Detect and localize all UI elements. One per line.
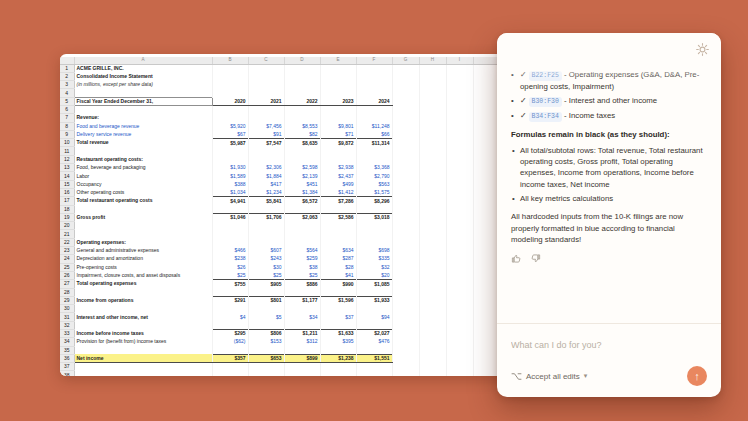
cell-B24[interactable]: $238 xyxy=(212,255,248,263)
cell-D20[interactable] xyxy=(284,222,320,230)
cell-E4[interactable] xyxy=(320,89,356,97)
cell-E22[interactable] xyxy=(320,238,356,246)
cell-G38[interactable] xyxy=(392,371,419,376)
cell-C35[interactable] xyxy=(248,346,284,354)
cell-B12[interactable] xyxy=(212,155,248,163)
cell-A23[interactable]: General and administrative expenses xyxy=(74,247,212,255)
cell-E26[interactable]: $41 xyxy=(320,271,356,279)
column-header-B[interactable]: B xyxy=(212,57,248,64)
cell-C27[interactable]: $905 xyxy=(248,280,284,288)
cell-E36[interactable]: $1,238 xyxy=(320,354,356,362)
row-number-20[interactable]: 20 xyxy=(60,222,74,230)
cell-B35[interactable] xyxy=(212,346,248,354)
cell-D25[interactable]: $38 xyxy=(284,263,320,271)
cell-B22[interactable] xyxy=(212,238,248,246)
cell-B11[interactable] xyxy=(212,147,248,155)
cell-E1[interactable] xyxy=(320,64,356,72)
row-number-12[interactable]: 12 xyxy=(60,155,74,163)
row-number-21[interactable]: 21 xyxy=(60,230,74,238)
cell-I26[interactable] xyxy=(446,271,473,279)
cell-F34[interactable]: $476 xyxy=(356,338,392,346)
cell-I8[interactable] xyxy=(446,122,473,130)
cell-F24[interactable]: $335 xyxy=(356,255,392,263)
cell-H24[interactable] xyxy=(419,255,446,263)
cell-C11[interactable] xyxy=(248,147,284,155)
cell-F11[interactable] xyxy=(356,147,392,155)
cell-I24[interactable] xyxy=(446,255,473,263)
cell-H30[interactable] xyxy=(419,305,446,313)
cell-E15[interactable]: $499 xyxy=(320,180,356,188)
cell-A22[interactable]: Operating expenses: xyxy=(74,238,212,246)
cell-F6[interactable] xyxy=(356,105,392,113)
cell-G36[interactable] xyxy=(392,354,419,362)
cell-F28[interactable] xyxy=(356,288,392,296)
cell-H4[interactable] xyxy=(419,89,446,97)
cell-D13[interactable]: $2,598 xyxy=(284,164,320,172)
cell-G29[interactable] xyxy=(392,296,419,304)
cell-G20[interactable] xyxy=(392,222,419,230)
cell-D24[interactable]: $259 xyxy=(284,255,320,263)
row-number-31[interactable]: 31 xyxy=(60,313,74,321)
cell-E25[interactable]: $28 xyxy=(320,263,356,271)
cell-F10[interactable]: $11,314 xyxy=(356,139,392,147)
cell-E27[interactable]: $990 xyxy=(320,280,356,288)
cell-E16[interactable]: $1,412 xyxy=(320,188,356,196)
cell-C14[interactable]: $1,884 xyxy=(248,172,284,180)
cell-G25[interactable] xyxy=(392,263,419,271)
cell-F20[interactable] xyxy=(356,222,392,230)
cell-B7[interactable] xyxy=(212,114,248,122)
cell-D15[interactable]: $451 xyxy=(284,180,320,188)
cell-D9[interactable]: $82 xyxy=(284,130,320,138)
cell-D38[interactable] xyxy=(284,371,320,376)
cell-B27[interactable]: $755 xyxy=(212,280,248,288)
cell-F4[interactable] xyxy=(356,89,392,97)
cell-H21[interactable] xyxy=(419,230,446,238)
cell-C34[interactable]: $153 xyxy=(248,338,284,346)
cell-F15[interactable]: $563 xyxy=(356,180,392,188)
cell-C16[interactable]: $1,234 xyxy=(248,188,284,196)
cell-H29[interactable] xyxy=(419,296,446,304)
cell-H28[interactable] xyxy=(419,288,446,296)
cell-D36[interactable]: $899 xyxy=(284,354,320,362)
cell-D32[interactable] xyxy=(284,321,320,329)
cell-range-chip[interactable]: B22:F25 xyxy=(529,71,562,81)
cell-A4[interactable] xyxy=(74,89,212,97)
cell-C13[interactable]: $2,306 xyxy=(248,164,284,172)
cell-D27[interactable]: $886 xyxy=(284,280,320,288)
cell-G3[interactable] xyxy=(392,81,419,89)
cell-D35[interactable] xyxy=(284,346,320,354)
cell-G10[interactable] xyxy=(392,139,419,147)
cell-F12[interactable] xyxy=(356,155,392,163)
cell-G32[interactable] xyxy=(392,321,419,329)
row-number-28[interactable]: 28 xyxy=(60,288,74,296)
cell-G19[interactable] xyxy=(392,213,419,221)
row-number-4[interactable]: 4 xyxy=(60,89,74,97)
cell-A10[interactable]: Total revenue xyxy=(74,139,212,147)
thumbs-down-icon[interactable] xyxy=(530,253,541,264)
accept-all-edits-button[interactable]: Accept all edits ▾ xyxy=(511,372,587,381)
cell-D17[interactable]: $6,572 xyxy=(284,197,320,205)
cell-I31[interactable] xyxy=(446,313,473,321)
cell-C29[interactable]: $801 xyxy=(248,296,284,304)
cell-F35[interactable] xyxy=(356,346,392,354)
cell-A14[interactable]: Labor xyxy=(74,172,212,180)
cell-F16[interactable]: $1,575 xyxy=(356,188,392,196)
row-number-23[interactable]: 23 xyxy=(60,247,74,255)
cell-G33[interactable] xyxy=(392,330,419,338)
cell-B26[interactable]: $25 xyxy=(212,271,248,279)
cell-E29[interactable]: $1,596 xyxy=(320,296,356,304)
row-number-30[interactable]: 30 xyxy=(60,305,74,313)
cell-D6[interactable] xyxy=(284,105,320,113)
cell-B37[interactable] xyxy=(212,363,248,371)
row-number-14[interactable]: 14 xyxy=(60,172,74,180)
cell-C30[interactable] xyxy=(248,305,284,313)
cell-C12[interactable] xyxy=(248,155,284,163)
cell-A20[interactable] xyxy=(74,222,212,230)
row-number-8[interactable]: 8 xyxy=(60,122,74,130)
cell-C2[interactable] xyxy=(248,72,284,80)
cell-D14[interactable]: $2,139 xyxy=(284,172,320,180)
cell-B28[interactable] xyxy=(212,288,248,296)
cell-F14[interactable]: $2,790 xyxy=(356,172,392,180)
cell-E14[interactable]: $2,437 xyxy=(320,172,356,180)
cell-D18[interactable] xyxy=(284,205,320,213)
